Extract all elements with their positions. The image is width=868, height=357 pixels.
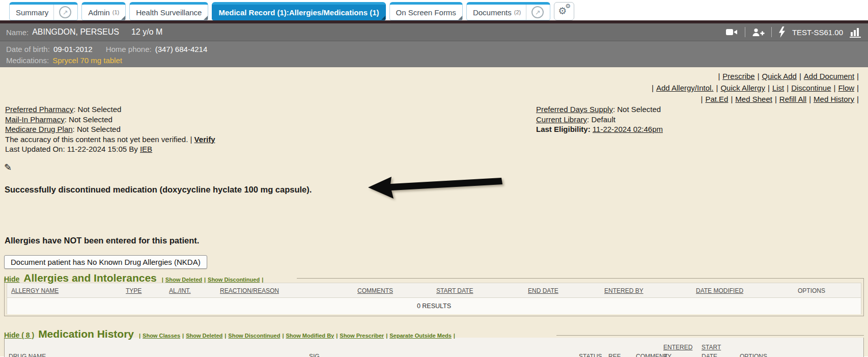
success-message: Successfully discontinued medication (do… [5, 185, 312, 195]
link-med-history[interactable]: Med History [814, 95, 854, 103]
separator: | [809, 95, 811, 103]
gear-icon: ⚙ [565, 3, 571, 10]
action-links-line1: |Prescribe|Quick Add|Add Document| [649, 71, 861, 83]
column-date-modified[interactable]: DATE MODIFIED [696, 287, 743, 294]
popout-icon[interactable]: ↗ [59, 6, 71, 18]
column-entered[interactable]: ENTERED [663, 344, 692, 351]
mail-in-pharmacy-link[interactable]: Mail-In Pharmacy [5, 115, 65, 124]
info-line: Last Updated On: 11-22-2024 15:05 By IEB [5, 144, 215, 154]
medicare-drug-plan-link[interactable]: Medicare Drug Plan [5, 125, 73, 133]
last-updated-by-link[interactable]: IEB [140, 145, 152, 153]
column-al-int[interactable]: AL./INT. [169, 287, 191, 294]
separator: | [182, 333, 184, 339]
allergies-legend: Hide Allergies and Intolerances |Show De… [4, 272, 864, 285]
lightning-bolt-icon[interactable] [778, 26, 786, 38]
hide-medications-link[interactable]: Hide ( 8 ) [4, 331, 34, 339]
supply-info: Preferred Days Supply: Not Selected Curr… [536, 104, 663, 134]
phone-value: (347) 684-4214 [155, 45, 208, 53]
tab-summary[interactable]: Summary ↗ [9, 2, 78, 20]
nkda-button[interactable]: Document patient has No Known Drug Aller… [4, 255, 207, 269]
hide-allergies-link[interactable]: Hide [4, 275, 19, 283]
link-flow[interactable]: Flow [838, 84, 854, 92]
current-library-link[interactable]: Current Library [536, 115, 587, 124]
tab-label: Documents [473, 8, 512, 17]
medication-legend: Hide ( 8 ) Medication History |Show Clas… [4, 328, 864, 341]
video-camera-icon[interactable] [726, 28, 738, 36]
tab-label: Summary [16, 8, 48, 17]
link-pat-ed[interactable]: Pat.Ed [705, 95, 728, 103]
column-start-date[interactable]: START DATE [436, 287, 473, 294]
dob-value: 09-01-2012 [53, 45, 93, 53]
info-line: Current Library: Default [536, 115, 663, 125]
link-discontinue[interactable]: Discontinue [791, 84, 831, 92]
preferred-days-supply-link[interactable]: Preferred Days Supply [536, 105, 613, 114]
column-type[interactable]: TYPE [126, 287, 142, 294]
link-show-discontinued[interactable]: Show Discontinued [228, 333, 280, 339]
column-drug-name[interactable]: DRUG NAME [9, 353, 46, 357]
action-links: |Prescribe|Quick Add|Add Document| |Add … [649, 71, 861, 105]
link-separate-outside-meds[interactable]: Separate Outside Meds [389, 333, 452, 339]
separator: | [857, 84, 859, 92]
name-label: Name: [6, 28, 29, 37]
link-add-allergy-intol-[interactable]: Add Allergy/Intol. [656, 84, 714, 92]
separator: | [225, 333, 226, 339]
link-show-deleted[interactable]: Show Deleted [186, 333, 222, 339]
column-status[interactable]: STATUS [579, 353, 602, 357]
separator: | [454, 333, 455, 339]
separator: | [857, 72, 859, 80]
link-show-modified-by[interactable]: Show Modified By [286, 333, 334, 339]
preferred-pharmacy-link[interactable]: Preferred Pharmacy [5, 105, 73, 114]
last-updated-text: Last Updated On: 11-22-2024 15:05 By [5, 145, 138, 153]
tab-label: On Screen Forms [396, 8, 456, 17]
last-eligibility-label: Last Eligibility: [536, 125, 591, 133]
last-eligibility-link[interactable]: 11-22-2024 02:46pm [593, 125, 663, 133]
column-ref[interactable]: REF [608, 353, 621, 357]
patient-header-bar: Name: ABINGDON, PERSEUS 12 y/o M TEST-SS… [0, 23, 868, 41]
column-start-date-2[interactable]: DATE [702, 353, 717, 357]
verify-link[interactable]: Verify [194, 135, 215, 144]
popout-icon[interactable]: ↗ [531, 6, 544, 18]
link-show-discontinued[interactable]: Show Discontinued [208, 277, 260, 283]
preferred-days-supply-value: Not Selected [617, 105, 661, 114]
column-comments[interactable]: COMMENTS [357, 287, 393, 294]
separator: | [701, 95, 703, 103]
link-quick-add[interactable]: Quick Add [762, 72, 797, 80]
link-prescribe[interactable]: Prescribe [722, 72, 754, 80]
separator: | [731, 95, 733, 103]
allergies-legend-links: |Show Deleted|Show Discontinued| [160, 274, 265, 284]
icon-divider [745, 27, 745, 37]
column-options: OPTIONS [798, 287, 825, 294]
column-sig[interactable]: SIG [309, 353, 320, 357]
separator: | [857, 95, 859, 103]
link-add-document[interactable]: Add Document [804, 72, 854, 80]
link-med-sheet[interactable]: Med Sheet [735, 95, 772, 103]
tab-on-screen-forms[interactable]: On Screen Forms [389, 2, 463, 20]
tab-health-surveillance[interactable]: Health Surveillance [129, 2, 208, 20]
tab-medical-record[interactable]: Medical Record (1):Allergies/Medications… [212, 2, 385, 20]
column-reaction-reason[interactable]: REACTION/REASON [220, 287, 279, 294]
medications-value: Sprycel 70 mg tablet [52, 56, 122, 65]
column-end-date[interactable]: END DATE [528, 287, 558, 294]
link-show-classes[interactable]: Show Classes [143, 333, 180, 339]
chart-icon[interactable] [850, 27, 862, 38]
tab-admin[interactable]: Admin (1) [81, 2, 126, 20]
link-list[interactable]: List [772, 84, 784, 92]
link-show-prescriber[interactable]: Show Prescriber [340, 333, 384, 339]
separator: | [336, 333, 338, 339]
patient-age-sex: 12 y/o M [131, 28, 162, 37]
link-show-deleted[interactable]: Show Deleted [165, 277, 202, 283]
column-entered-by-2[interactable]: BY [663, 353, 671, 357]
add-person-icon[interactable] [752, 28, 765, 37]
column-comment[interactable]: COMMENT [636, 353, 667, 357]
icon-divider [771, 27, 772, 37]
link-refill-all[interactable]: Refill All [779, 95, 806, 103]
info-line: Medicare Drug Plan: Not Selected [5, 124, 215, 134]
column-entered-by[interactable]: ENTERED BY [604, 287, 643, 294]
link-quick-allergy[interactable]: Quick Allergy [720, 84, 765, 92]
settings-button[interactable]: ⚙ ⚙ [554, 2, 574, 20]
pencil-icon[interactable]: ✎ [4, 162, 12, 173]
column-allergy-name[interactable]: ALLERGY NAME [11, 287, 59, 294]
info-line: Preferred Pharmacy: Not Selected [5, 104, 215, 115]
tab-documents[interactable]: Documents (2) ↗ [466, 2, 550, 20]
column-start[interactable]: START [702, 344, 721, 351]
